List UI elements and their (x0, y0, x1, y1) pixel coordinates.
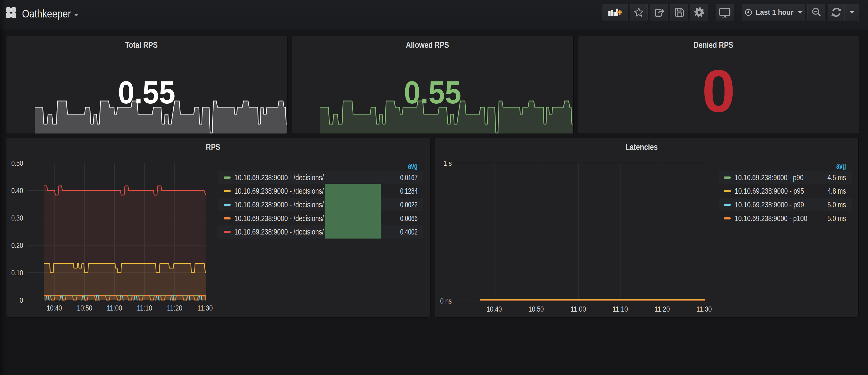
svg-text:10.10.69.238:9000 - /decisions: 10.10.69.238:9000 - /decisions/ (234, 173, 324, 182)
svg-text:5.0 ms: 5.0 ms (828, 200, 846, 209)
svg-text:avg: avg (836, 162, 846, 170)
svg-text:0: 0 (20, 296, 23, 304)
svg-text:10.10.69.238:9000 - /decisions: 10.10.69.238:9000 - /decisions/ (234, 187, 324, 195)
svg-text:0.10: 0.10 (11, 269, 23, 277)
svg-text:10:40: 10:40 (487, 305, 502, 313)
svg-text:10:40: 10:40 (47, 304, 62, 312)
svg-text:0.1284: 0.1284 (400, 187, 417, 195)
svg-text:0.20: 0.20 (11, 241, 23, 250)
svg-text:0.30: 0.30 (11, 214, 23, 222)
svg-text:10.10.69.238:9000 - /decisions: 10.10.69.238:9000 - /decisions/ (234, 214, 324, 223)
svg-text:11:20: 11:20 (655, 305, 670, 313)
svg-text:0.50: 0.50 (11, 159, 23, 167)
svg-text:0 ns: 0 ns (440, 297, 452, 305)
svg-text:5.0 ms: 5.0 ms (828, 214, 846, 223)
svg-text:1 s: 1 s (443, 159, 452, 167)
svg-text:10.10.69.238:9000 - /decisions: 10.10.69.238:9000 - /decisions/ (234, 200, 324, 209)
svg-text:11:00: 11:00 (571, 305, 586, 313)
svg-text:11:10: 11:10 (137, 304, 152, 312)
svg-text:0.40: 0.40 (11, 186, 23, 195)
svg-text:0.4002: 0.4002 (400, 227, 417, 236)
svg-text:11:30: 11:30 (197, 304, 213, 312)
svg-text:0.0167: 0.0167 (400, 173, 417, 182)
svg-text:4.5 ms: 4.5 ms (828, 173, 846, 182)
svg-text:10.10.69.238:9000 - p95: 10.10.69.238:9000 - p95 (735, 187, 804, 195)
svg-text:0.0022: 0.0022 (400, 200, 417, 209)
svg-text:0.0066: 0.0066 (400, 214, 417, 223)
svg-text:10:50: 10:50 (529, 305, 544, 313)
svg-text:10.10.69.238:9000 - p99: 10.10.69.238:9000 - p99 (735, 200, 804, 209)
svg-text:11:20: 11:20 (167, 304, 183, 312)
svg-text:10.10.69.238:9000 - p100: 10.10.69.238:9000 - p100 (735, 214, 807, 223)
svg-text:10:50: 10:50 (77, 304, 92, 312)
svg-text:4.8 ms: 4.8 ms (828, 187, 846, 195)
svg-text:10.10.69.238:9000 - /decisions: 10.10.69.238:9000 - /decisions/ (234, 227, 324, 236)
svg-text:11:10: 11:10 (613, 305, 628, 313)
svg-text:11:00: 11:00 (107, 304, 122, 312)
svg-text:11:30: 11:30 (696, 305, 712, 313)
svg-text:avg: avg (408, 162, 417, 170)
svg-text:10.10.69.238:9000 - p90: 10.10.69.238:9000 - p90 (735, 173, 804, 182)
